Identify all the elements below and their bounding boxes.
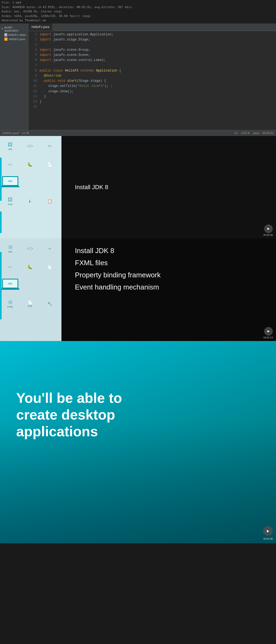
thumb-cell: ⊞ HTML <box>2 296 18 312</box>
thumb-cell: 📋 <box>42 193 58 209</box>
thumb-laptop: </> <box>2 175 18 191</box>
play-button-3[interactable]: ▶ <box>263 526 273 536</box>
thumb-cell: ✂ <box>42 241 58 257</box>
topic-item-0: Install JDK 8 <box>75 247 276 255</box>
project-sidebar: ▼ javafx-application C HelloFx.class J H… <box>0 23 28 130</box>
status-line-ending: LF <box>234 131 238 135</box>
thumbnail-strip-1: 🖼 JPG </> ✂ <> 🐛 📄 <box>0 136 61 238</box>
code-line-7: 7 <box>28 63 276 68</box>
class-file-icon: C <box>4 33 7 36</box>
tab-label: HelloFx.java <box>32 25 49 29</box>
bottom-headline: You'll be able to create desktop applica… <box>16 390 164 440</box>
video-section-2: ⊞ JPG </> ✂ <> 🐛 📄 </> <box>0 238 276 341</box>
video-text-install-jdk: Install JDK 8 <box>75 184 108 191</box>
play-icon-1: ▶ <box>267 227 270 230</box>
thumb-cell: </> <box>22 138 38 154</box>
file-name-class: HelloFx.class <box>8 33 26 36</box>
editor-pane: HelloFx.java 1 import javafx.application… <box>28 23 276 130</box>
thumb-cell: </> <box>22 241 38 257</box>
timestamp-1: 00:00:48 <box>263 234 273 236</box>
topic-item-1: FXML files <box>75 259 276 267</box>
code-line-9: 9 @Override <box>28 73 276 79</box>
file-item-java[interactable]: J HelloFx.java <box>1 37 27 41</box>
course-topics-list: Install JDK 8 FXML files Property bindin… <box>75 247 276 291</box>
java-file-icon: J <box>4 38 8 41</box>
thumbnail-strip-2: ⊞ JPG </> ✂ <> 🐛 📄 </> <box>0 238 61 341</box>
video-section-1: 🖼 JPG </> ✂ <> 🐛 📄 <box>0 136 276 238</box>
code-line-11: 11 stage.setTitle("Hello JavaFX"); | <box>28 84 276 89</box>
file-info-line2: Size: 4640836 bytes (4.43 MiB), duration… <box>2 5 274 10</box>
thumb-cell: ✂ <box>42 138 58 154</box>
thumb-cell: <> <box>2 259 18 275</box>
thumb-cell: 🖼 JPG <box>2 138 18 154</box>
editor-tabs: HelloFx.java <box>28 23 276 31</box>
code-line-10: 10 public void start(Stage stage) { <box>28 79 276 84</box>
status-line-col: 11:36 <box>22 131 29 135</box>
play-icon-3: ▶ <box>267 529 269 533</box>
code-line-12: 12 stage.show(); <box>28 89 276 94</box>
thumb-cell: 🔧 <box>42 296 58 312</box>
file-info-bar: File: 1.mp4 Size: 4640836 bytes (4.43 Mi… <box>0 0 276 23</box>
status-encoding: UTF-8 <box>241 131 250 135</box>
thumb-cell: 📄 <box>42 156 58 173</box>
project-name: javafx-application <box>4 26 27 32</box>
topic-item-3: Event handling mechanism <box>75 283 276 291</box>
status-language: Java <box>253 131 259 135</box>
code-line-15: 15 <box>28 104 276 110</box>
thumb-cell: 🐛 <box>22 156 38 173</box>
ide-section: ▼ javafx-application C HelloFx.class J H… <box>0 23 276 136</box>
ide-area: ▼ javafx-application C HelloFx.class J H… <box>0 23 276 130</box>
topic-item-2: Property binding framework <box>75 271 276 279</box>
editor-tab-hellofx[interactable]: HelloFx.java <box>28 23 53 31</box>
status-bar: HelloFx.java* 11:36 LF UTF-8 Java 00:00:… <box>0 130 276 136</box>
project-root[interactable]: ▼ javafx-application <box>1 25 27 33</box>
thumb-laptop-2: </> <box>2 277 18 294</box>
status-timestamp: 00:00:01 <box>262 131 274 135</box>
code-line-13: 13 } <box>28 94 276 99</box>
code-line-14: 14 } <box>28 99 276 104</box>
code-line-3: 3 <box>28 42 276 47</box>
bottom-section: You'll be able to create desktop applica… <box>0 341 276 543</box>
file-info-line1: File: 1.mp4 <box>2 1 274 5</box>
code-line-1: 1 import javafx.application.Application; <box>28 32 276 37</box>
code-line-8: 8 public class HelloFX extends Applicati… <box>28 68 276 73</box>
file-info-line5: Generated by Thumbnail me <box>2 18 274 23</box>
collapse-icon: ▼ <box>1 28 4 30</box>
thumb-cell: 🌡 <box>22 193 38 209</box>
thumbnail-grid-1: 🖼 JPG </> ✂ <> 🐛 📄 <box>0 136 61 212</box>
status-filename: HelloFx.java* <box>2 131 20 135</box>
video-main-1: Install JDK 8 ▶ 00:00:48 <box>61 136 276 238</box>
thumb-cell: ⊞ JPG <box>2 241 18 257</box>
thumb-cell: 📄 EXE <box>22 296 38 312</box>
thumbnail-grid-2: ⊞ JPG </> ✂ <> 🐛 📄 </> <box>0 238 61 314</box>
play-button-1[interactable]: ▶ <box>264 224 273 233</box>
highlight-bar-2 <box>0 212 2 233</box>
video-main-2: Install JDK 8 FXML files Property bindin… <box>61 238 276 341</box>
timestamp-2: 00:02:13 <box>263 336 273 339</box>
thumb-cell: 🖼 CSS <box>2 193 18 209</box>
bottom-text-area: You'll be able to create desktop applica… <box>0 341 276 440</box>
file-info-line3: Audio: aac, 44100 Hz, stereo (eng) <box>2 9 274 14</box>
thumb-cell: <> <box>2 156 18 173</box>
thumb-cell: 📄 <box>42 259 58 275</box>
play-icon-2: ▶ <box>267 329 270 333</box>
code-line-2: 2 import javafx.stage.Stage; <box>28 37 276 42</box>
file-name-java: HelloFx.java <box>9 38 25 41</box>
code-line-4: 4 import javafx.scene.Group; <box>28 47 276 53</box>
code-editor[interactable]: 1 import javafx.application.Application;… <box>28 31 276 111</box>
file-info-line4: Video: h264, yuv420p, 1280x720, 30.00 fp… <box>2 14 274 19</box>
file-item-class[interactable]: C HelloFx.class <box>1 33 27 37</box>
code-line-5: 5 import javafx.scene.Scene; <box>28 53 276 58</box>
play-button-2[interactable]: ▶ <box>264 327 273 336</box>
person-overlay <box>0 422 276 543</box>
timestamp-3: 00:01:36 <box>263 537 273 540</box>
thumb-cell: 🐛 <box>22 259 38 275</box>
code-line-6: 6 import javafx.scene.control.Label; <box>28 58 276 63</box>
